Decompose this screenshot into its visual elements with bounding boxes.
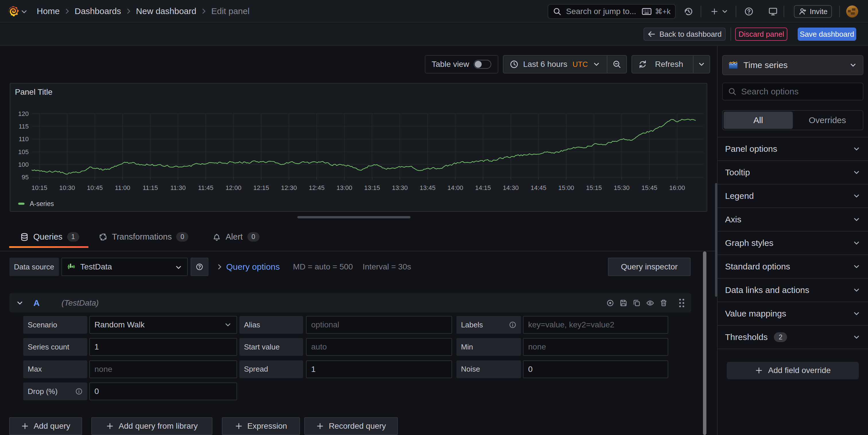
svg-text:10:30: 10:30: [59, 184, 75, 191]
svg-text:13:45: 13:45: [420, 184, 435, 191]
svg-text:95: 95: [22, 174, 29, 181]
svg-text:14:45: 14:45: [530, 184, 546, 191]
svg-text:120: 120: [18, 110, 29, 117]
svg-text:12:15: 12:15: [253, 184, 269, 191]
svg-text:14:15: 14:15: [475, 184, 491, 191]
svg-text:11:45: 11:45: [198, 184, 213, 191]
svg-text:16:00: 16:00: [669, 184, 685, 191]
svg-text:13:30: 13:30: [392, 184, 408, 191]
svg-text:13:15: 13:15: [364, 184, 380, 191]
svg-text:105: 105: [18, 148, 29, 156]
svg-text:15:30: 15:30: [614, 184, 629, 191]
svg-text:11:30: 11:30: [170, 184, 185, 191]
svg-text:15:00: 15:00: [558, 184, 574, 191]
svg-text:15:45: 15:45: [642, 184, 657, 191]
svg-text:11:15: 11:15: [143, 184, 158, 191]
svg-text:12:30: 12:30: [281, 184, 297, 191]
svg-text:11:00: 11:00: [115, 184, 130, 191]
svg-text:10:45: 10:45: [87, 184, 103, 191]
svg-text:A-series: A-series: [30, 200, 54, 208]
svg-text:15:15: 15:15: [586, 184, 602, 191]
svg-text:14:30: 14:30: [503, 184, 519, 191]
svg-text:12:00: 12:00: [226, 184, 241, 191]
svg-text:12:45: 12:45: [309, 184, 324, 191]
svg-text:110: 110: [19, 135, 29, 143]
svg-text:115: 115: [19, 123, 29, 130]
svg-text:14:00: 14:00: [447, 184, 463, 191]
svg-text:100: 100: [18, 161, 29, 168]
svg-text:13:00: 13:00: [336, 184, 352, 191]
svg-text:10:15: 10:15: [32, 184, 48, 191]
